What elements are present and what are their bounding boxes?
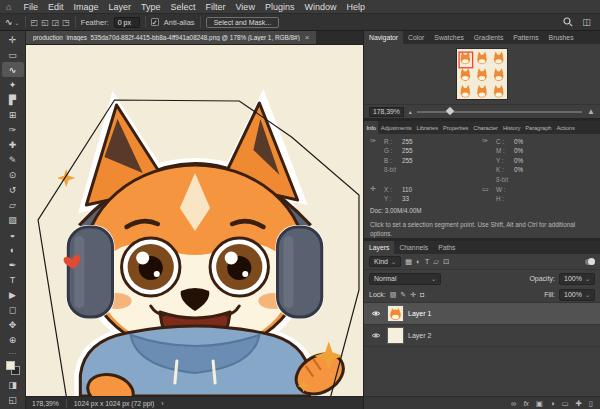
dodge-tool[interactable]: ◐ [2, 242, 24, 257]
tab-actions[interactable]: Actions [554, 121, 577, 134]
menu-window[interactable]: Window [299, 2, 341, 12]
new-selection-icon[interactable]: ◰ [31, 18, 39, 27]
menu-view[interactable]: View [231, 2, 260, 12]
layer-name[interactable]: Layer 2 [408, 332, 431, 339]
healing-tool[interactable]: ✚ [2, 137, 24, 152]
tab-navigator[interactable]: Navigator [364, 31, 403, 44]
menu-file[interactable]: File [18, 2, 43, 12]
tab-libraries[interactable]: Libraries [414, 121, 440, 134]
hand-tool[interactable]: ✥ [2, 317, 24, 332]
adjustment-filter-icon[interactable]: ◐ [416, 257, 421, 266]
pixel-filter-icon[interactable]: ▦ [405, 257, 412, 266]
delete-layer-icon[interactable]: ▯ [589, 399, 593, 408]
screen-mode-button[interactable]: ◱ [2, 392, 24, 407]
zoom-out-small-icon[interactable]: ▴ [409, 108, 412, 115]
menu-help[interactable]: Help [341, 2, 370, 12]
new-layer-icon[interactable]: ✚ [576, 399, 582, 408]
zoom-in-large-icon[interactable]: ▲ [587, 107, 595, 116]
add-selection-icon[interactable]: ◱ [41, 18, 49, 27]
visibility-eye-icon[interactable] [369, 310, 383, 317]
visibility-eye-icon[interactable] [369, 332, 383, 339]
type-tool[interactable]: T [2, 272, 24, 287]
tab-color[interactable]: Color [403, 31, 429, 44]
zoom-tool[interactable]: ⊕ [2, 332, 24, 347]
navigator-thumbnail[interactable] [456, 48, 508, 100]
tab-properties[interactable]: Properties [440, 121, 470, 134]
new-group-icon[interactable]: ▭ [561, 399, 568, 408]
quick-mask-button[interactable]: ◨ [2, 377, 24, 392]
crop-tool[interactable]: ▛ [2, 92, 24, 107]
move-tool[interactable]: ✛ [2, 32, 24, 47]
layer-filter-dropdown[interactable]: Kind ⌄ [369, 256, 401, 267]
status-zoom-field[interactable]: 178,39% [32, 400, 59, 407]
tool-preset-picker[interactable]: ∿ ⌄ [5, 17, 20, 27]
layer-name[interactable]: Layer 1 [408, 310, 431, 317]
tab-character[interactable]: Character [471, 121, 501, 134]
navigator-zoom-field[interactable]: 178,39% [369, 107, 404, 117]
layer-row-2[interactable]: Layer 2 [364, 325, 600, 347]
menu-filter[interactable]: Filter [201, 2, 231, 12]
type-filter-icon[interactable]: T [425, 257, 430, 266]
tab-patterns[interactable]: Patterns [508, 31, 543, 44]
document-tab[interactable]: production_images_535da70d-882f-4415-bb8… [26, 31, 316, 44]
tab-brushes[interactable]: Brushes [544, 31, 579, 44]
navigator-zoom-slider[interactable] [417, 111, 582, 113]
shape-filter-icon[interactable]: ▱ [433, 257, 439, 266]
lasso-tool[interactable]: ∿ [2, 62, 24, 77]
layer-filter-toggle[interactable] [585, 259, 595, 265]
smart-object-filter-icon[interactable]: ⊡ [443, 257, 449, 266]
lock-position-icon[interactable]: ✛ [410, 291, 416, 299]
menu-type[interactable]: Type [136, 2, 166, 12]
shape-tool[interactable]: ◻ [2, 302, 24, 317]
layer-effects-icon[interactable]: fx [523, 400, 528, 407]
menu-select[interactable]: Select [166, 2, 201, 12]
marquee-tool[interactable]: ▭ [2, 47, 24, 62]
object-selection-tool[interactable]: ✦ [2, 77, 24, 92]
select-and-mask-button[interactable]: Select and Mask... [206, 17, 280, 28]
link-layers-icon[interactable]: ∞ [511, 399, 516, 408]
history-brush-tool[interactable]: ↺ [2, 182, 24, 197]
layer-2-thumbnail[interactable] [387, 327, 404, 344]
edit-toolbar-button[interactable]: ··· [2, 347, 24, 359]
color-swatches[interactable] [6, 361, 20, 375]
fill-field[interactable]: 100% ⌄ [559, 289, 595, 301]
tab-adjustments[interactable]: Adjustments [378, 121, 414, 134]
feather-input[interactable]: 0 px [114, 17, 140, 28]
home-icon[interactable]: ⌂ [6, 2, 11, 12]
workspace-icon[interactable]: ◫ [581, 17, 592, 28]
menu-edit[interactable]: Edit [43, 2, 69, 12]
menu-layer[interactable]: Layer [103, 2, 136, 12]
search-icon[interactable] [562, 17, 573, 28]
lock-transparency-icon[interactable]: ▨ [390, 291, 397, 299]
layer-1-thumbnail[interactable] [387, 305, 404, 322]
tab-gradients[interactable]: Gradients [469, 31, 508, 44]
chevron-right-icon[interactable]: › [161, 400, 163, 407]
layer-row-1[interactable]: Layer 1 [364, 303, 600, 325]
frame-tool[interactable]: ⊞ [2, 107, 24, 122]
tab-history[interactable]: History [500, 121, 522, 134]
blend-mode-select[interactable]: Normal ⌄ [369, 273, 441, 285]
tab-paths[interactable]: Paths [433, 241, 460, 254]
pen-tool[interactable]: ✒ [2, 257, 24, 272]
tab-info[interactable]: Info [364, 121, 378, 134]
intersect-selection-icon[interactable]: ◳ [62, 18, 70, 27]
eraser-tool[interactable]: ▱ [2, 197, 24, 212]
layer-mask-icon[interactable]: ▣ [536, 399, 543, 408]
brush-tool[interactable]: ✎ [2, 152, 24, 167]
slider-thumb[interactable] [445, 106, 453, 114]
foreground-color-swatch[interactable] [6, 361, 15, 370]
menu-image[interactable]: Image [68, 2, 103, 12]
canvas[interactable] [26, 45, 363, 396]
menu-plugins[interactable]: Plugins [260, 2, 300, 12]
gradient-tool[interactable]: ▧ [2, 212, 24, 227]
lock-all-icon[interactable]: ◘ [420, 291, 424, 299]
path-selection-tool[interactable]: ▶ [2, 287, 24, 302]
close-icon[interactable]: × [305, 33, 310, 42]
tab-channels[interactable]: Channels [394, 241, 433, 254]
opacity-field[interactable]: 100% ⌄ [559, 273, 595, 285]
adjustment-layer-icon[interactable]: ◑ [550, 399, 555, 408]
eyedropper-tool[interactable]: ✑ [2, 122, 24, 137]
lock-pixels-icon[interactable]: ✎ [400, 291, 406, 299]
tab-swatches[interactable]: Swatches [429, 31, 468, 44]
subtract-selection-icon[interactable]: ◲ [52, 18, 60, 27]
